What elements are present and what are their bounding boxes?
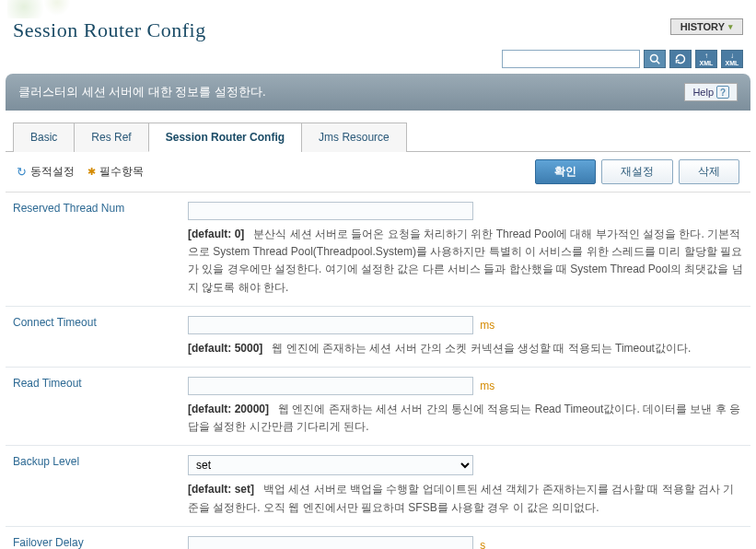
search-input[interactable]	[502, 50, 640, 68]
description-text: 클러스터의 세션 서버에 대한 정보를 설정한다.	[18, 84, 266, 100]
default-read-timeout: [default: 20000]	[188, 403, 269, 415]
select-backup-level[interactable]: set	[188, 455, 473, 475]
label-connect-timeout: Connect Timeout	[6, 306, 180, 367]
svg-line-1	[657, 61, 659, 64]
help-icon: ?	[716, 86, 729, 99]
hint-text-read-timeout: 웹 엔진에 존재하는 세션 서버 간의 통신에 적용되는 Read Timeou…	[188, 403, 740, 433]
input-connect-timeout[interactable]	[188, 316, 473, 334]
label-read-timeout: Read Timeout	[6, 367, 180, 445]
history-button[interactable]: HISTORY ▾	[670, 18, 743, 35]
help-label: Help	[692, 87, 714, 98]
decorative-dots	[0, 0, 756, 18]
legend-required: ✱ 필수항목	[87, 164, 144, 180]
unit-failover-delay: s	[480, 539, 485, 549]
hint-text-connect-timeout: 웹 엔진에 존재하는 세션 서버 간의 소켓 커넥션을 생성할 때 적용되는 T…	[272, 342, 691, 355]
legend-dynamic: ↻ 동적설정	[17, 164, 75, 180]
hint-reserved-thread-num: [default: 0] 분산식 세션 서버로 들어온 요청을 처리하기 위한 …	[188, 226, 743, 297]
tab-jms-resource[interactable]: Jms Resource	[301, 123, 407, 152]
chevron-down-icon: ▾	[728, 22, 733, 31]
label-backup-level: Backup Level	[6, 446, 180, 526]
xml-upload-button[interactable]: ↑ XML	[695, 50, 717, 68]
arrow-down-icon: ↓	[730, 53, 734, 60]
default-backup-level: [default: set]	[188, 483, 254, 496]
hint-connect-timeout: [default: 5000] 웹 엔진에 존재하는 세션 서버 간의 소켓 커…	[188, 340, 743, 357]
row-read-timeout: Read Timeout ms [default: 20000] 웹 엔진에 존…	[6, 367, 750, 445]
input-reserved-thread-num[interactable]	[188, 202, 473, 220]
tab-res-ref[interactable]: Res Ref	[74, 123, 148, 152]
description-bar: 클러스터의 세션 서버에 대한 정보를 설정한다. Help ?	[6, 74, 750, 111]
legend: ↻ 동적설정 ✱ 필수항목	[17, 164, 144, 180]
xml-label: XML	[700, 60, 714, 66]
row-backup-level: Backup Level set [default: set] 백업 세션 서버…	[6, 446, 750, 526]
default-reserved-thread-num: [default: 0]	[188, 228, 244, 240]
history-label: HISTORY	[680, 21, 725, 32]
confirm-button[interactable]: 확인	[535, 159, 596, 184]
action-buttons: 확인 재설정 삭제	[535, 159, 739, 184]
dynamic-icon: ↻	[17, 165, 27, 179]
label-failover-delay: Failover Delay	[6, 526, 180, 549]
input-failover-delay[interactable]	[188, 536, 473, 549]
refresh-icon	[675, 53, 686, 64]
toolbar-search-row: ↑ XML ↓ XML	[0, 50, 756, 74]
config-form: Reserved Thread Num [default: 0] 분산식 세션 …	[6, 193, 750, 549]
delete-button[interactable]: 삭제	[679, 159, 739, 184]
reset-button[interactable]: 재설정	[601, 159, 673, 184]
unit-read-timeout: ms	[480, 380, 494, 392]
tab-basic[interactable]: Basic	[13, 123, 75, 152]
hint-backup-level: [default: set] 백업 세션 서버로 백업을 수행할 업데이트된 세…	[188, 481, 743, 516]
arrow-up-icon: ↑	[704, 53, 708, 60]
default-connect-timeout: [default: 5000]	[188, 342, 262, 355]
tab-bar: Basic Res Ref Session Router Config Jms …	[6, 122, 750, 152]
legend-dynamic-label: 동적설정	[30, 164, 75, 180]
row-failover-delay: Failover Delay s [default: 600] 웹 엔진에 장애…	[6, 526, 750, 549]
hint-text-reserved-thread-num: 분산식 세션 서버로 들어온 요청을 처리하기 위한 Thread Pool에 …	[188, 228, 743, 294]
refresh-button[interactable]	[669, 50, 692, 68]
search-button[interactable]	[644, 50, 666, 68]
hint-text-backup-level: 백업 세션 서버로 백업을 수행할 업데이트된 세션 객체가 존재하는지를 검사…	[188, 483, 734, 513]
label-reserved-thread-num: Reserved Thread Num	[6, 193, 180, 306]
legend-required-label: 필수항목	[99, 164, 144, 180]
hint-read-timeout: [default: 20000] 웹 엔진에 존재하는 세션 서버 간의 통신에…	[188, 401, 743, 436]
input-read-timeout[interactable]	[188, 377, 473, 395]
search-icon	[649, 53, 660, 64]
unit-connect-timeout: ms	[480, 319, 494, 332]
row-reserved-thread-num: Reserved Thread Num [default: 0] 분산식 세션 …	[6, 193, 750, 306]
xml-download-button[interactable]: ↓ XML	[721, 50, 743, 68]
page-title: Session Router Config	[13, 18, 206, 42]
svg-point-0	[651, 55, 658, 63]
help-button[interactable]: Help ?	[684, 83, 738, 101]
required-icon: ✱	[87, 166, 96, 178]
xml-label: XML	[726, 60, 739, 66]
tab-session-router-config[interactable]: Session Router Config	[148, 123, 302, 152]
row-connect-timeout: Connect Timeout ms [default: 5000] 웹 엔진에…	[6, 306, 750, 367]
